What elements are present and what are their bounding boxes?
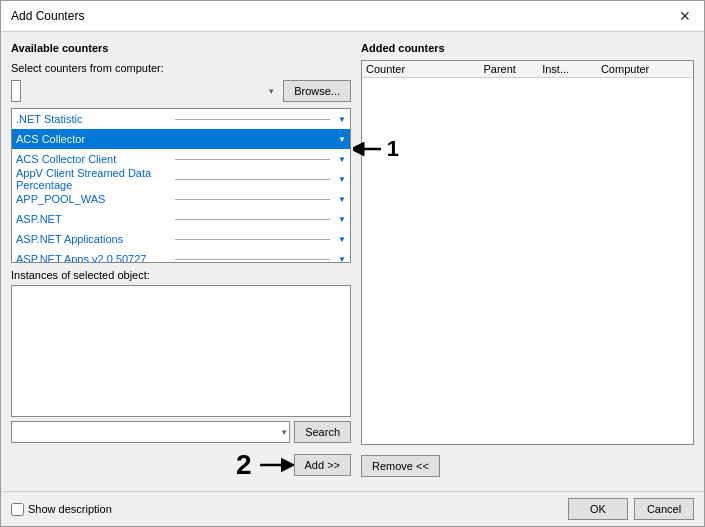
counters-list: .NET Statistic ▼ ACS Collector ▼ ACS Col…	[12, 109, 350, 263]
show-description-checkbox[interactable]	[11, 503, 24, 516]
list-item[interactable]: ASP.NET Apps v2.0.50727 ▼	[12, 249, 350, 263]
counters-list-container[interactable]: .NET Statistic ▼ ACS Collector ▼ ACS Col…	[11, 108, 351, 263]
title-bar: Add Counters ✕	[1, 1, 704, 32]
add-button[interactable]: Add >>	[294, 454, 351, 476]
instances-bottom-row: ▼ Search	[11, 421, 351, 443]
annotation-1-label: 1	[387, 136, 399, 162]
chevron-down-icon: ▼	[338, 115, 346, 124]
computer-select-wrapper	[11, 80, 279, 102]
chevron-down-icon: ▼	[338, 195, 346, 204]
add-section: 2 Add >>	[11, 449, 351, 481]
th-counter: Counter	[366, 63, 483, 75]
available-counters-label: Available counters	[11, 42, 351, 54]
list-item[interactable]: APP_POOL_WAS ▼	[12, 189, 350, 209]
left-panel: Available counters Select counters from …	[11, 42, 351, 481]
computer-row: Browse...	[11, 80, 351, 102]
annotation-arrow-icon	[258, 454, 294, 476]
added-counters-table: Counter Parent Inst... Computer	[361, 60, 694, 445]
search-button[interactable]: Search	[294, 421, 351, 443]
chevron-down-icon: ▼	[338, 255, 346, 264]
footer-right: OK Cancel	[568, 498, 694, 520]
list-item[interactable]: AppV Client Streamed Data Percentage ▼	[12, 169, 350, 189]
dialog-title: Add Counters	[11, 9, 84, 23]
arrow-icon	[353, 138, 385, 160]
list-item[interactable]: ASP.NET ▼	[12, 209, 350, 229]
counters-section: .NET Statistic ▼ ACS Collector ▼ ACS Col…	[11, 108, 351, 263]
instances-section: Instances of selected object: ▼ Search	[11, 269, 351, 443]
dialog-footer: Show description OK Cancel	[1, 491, 704, 526]
chevron-down-icon: ▼	[338, 235, 346, 244]
instance-input[interactable]	[11, 421, 290, 443]
select-from-label: Select counters from computer:	[11, 62, 351, 74]
show-description-label[interactable]: Show description	[28, 503, 112, 515]
ok-button[interactable]: OK	[568, 498, 628, 520]
chevron-down-icon: ▼	[338, 155, 346, 164]
footer-left: Show description	[11, 503, 112, 516]
annotation-1-group: 1	[353, 136, 399, 162]
th-computer: Computer	[601, 63, 689, 75]
remove-btn-row: Remove <<	[361, 451, 694, 481]
chevron-down-icon: ▼	[280, 428, 288, 437]
cancel-button[interactable]: Cancel	[634, 498, 694, 520]
instances-list	[11, 285, 351, 417]
list-item[interactable]: ACS Collector ▼	[12, 129, 350, 149]
browse-button[interactable]: Browse...	[283, 80, 351, 102]
instances-label: Instances of selected object:	[11, 269, 351, 281]
th-parent: Parent	[483, 63, 542, 75]
remove-button[interactable]: Remove <<	[361, 455, 440, 477]
add-counters-dialog: Add Counters ✕ Available counters Select…	[0, 0, 705, 527]
chevron-down-icon: ▼	[338, 135, 346, 144]
table-header: Counter Parent Inst... Computer	[362, 61, 693, 78]
instance-input-wrapper: ▼	[11, 421, 290, 443]
list-item[interactable]: .NET Statistic ▼	[12, 109, 350, 129]
dialog-body: Available counters Select counters from …	[1, 32, 704, 491]
added-counters-label: Added counters	[361, 42, 694, 54]
chevron-down-icon: ▼	[338, 175, 346, 184]
computer-select[interactable]	[11, 80, 21, 102]
right-panel: Added counters Counter Parent Inst... Co…	[361, 42, 694, 481]
chevron-down-icon: ▼	[338, 215, 346, 224]
close-button[interactable]: ✕	[676, 7, 694, 25]
list-item[interactable]: ACS Collector Client ▼	[12, 149, 350, 169]
th-inst: Inst...	[542, 63, 601, 75]
list-item[interactable]: ASP.NET Applications ▼	[12, 229, 350, 249]
table-body	[362, 78, 693, 444]
annotation-2-label: 2	[236, 449, 252, 481]
